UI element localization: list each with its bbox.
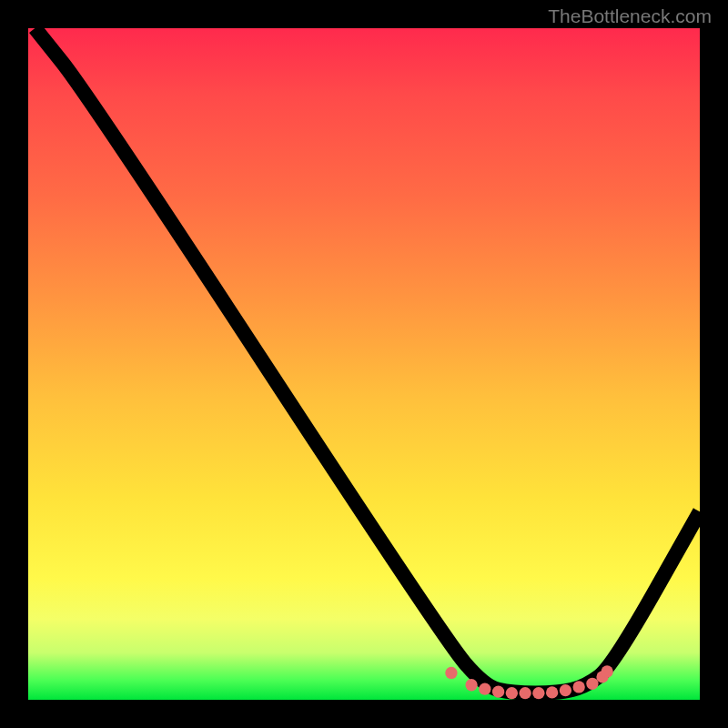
chart-container: TheBottleneck.com — [0, 0, 728, 728]
marker-dot — [519, 687, 531, 699]
marker-dot — [465, 679, 477, 691]
marker-dot — [573, 681, 585, 693]
marker-dot — [546, 686, 558, 698]
marker-dot — [602, 665, 613, 677]
marker-dot — [445, 667, 457, 679]
marker-dot — [506, 687, 518, 699]
marker-dot — [532, 687, 544, 699]
marker-dot — [560, 684, 571, 696]
plot-area — [28, 28, 700, 700]
bottleneck-curve — [35, 28, 700, 693]
watermark-text: TheBottleneck.com — [548, 5, 712, 27]
curve-svg — [28, 28, 700, 700]
marker-dot — [479, 683, 490, 695]
marker-dot — [492, 686, 504, 698]
marker-dot — [586, 678, 598, 690]
